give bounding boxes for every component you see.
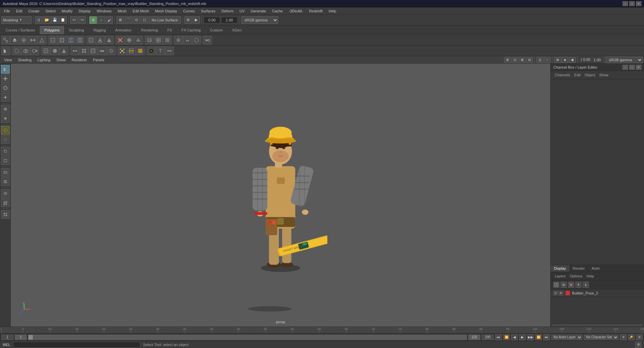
rp-close[interactable]: ✕ [636,65,641,70]
menu-mesh-display[interactable]: Mesh Display [152,8,180,14]
goto-start-button[interactable]: ⏮ [495,334,502,340]
bottom-settings-btn[interactable]: ⚙ [635,342,641,348]
menu-generate[interactable]: Generate [248,8,269,14]
mel-command-input[interactable] [13,342,140,348]
renderer-menu[interactable]: Renderer [69,57,90,63]
sym-icon[interactable] [156,47,165,55]
snap-value1[interactable] [204,17,220,23]
menu-cache[interactable]: Cache [269,8,286,14]
select-mode-button[interactable]: ⊕ [89,16,97,24]
insert-edge-loop-icon[interactable] [67,36,75,45]
snap-curve-button[interactable]: ⌒ [125,16,132,24]
layer-scrollbar[interactable] [551,324,644,327]
panels-menu[interactable]: Panels [90,57,107,63]
uv-icon2[interactable] [154,36,163,45]
range-max-input[interactable] [482,335,494,340]
layer-move-down-btn[interactable] [583,282,589,288]
open-file-button[interactable]: 📂 [43,16,51,24]
rp-minimize[interactable]: ─ [623,65,628,70]
menu-windows[interactable]: Windows [94,8,114,14]
bridge-icon[interactable] [28,36,37,45]
prev-key-button[interactable]: ◀ [511,334,518,340]
paint-button[interactable]: 🖌 [105,16,113,24]
render-button[interactable]: ▶ [192,16,200,24]
scale-tool-button[interactable] [1,93,10,102]
camera-icon[interactable] [21,47,30,55]
flat-shade-icon[interactable] [60,47,68,55]
anim-layer-select[interactable]: No Anim Layer [551,335,582,340]
redo-button[interactable]: ↪ [78,16,86,24]
rp-render-tab[interactable]: Render [569,265,588,272]
lighting-menu[interactable]: Lighting [35,57,53,63]
viewport-gamma[interactable]: sRGB gamma [606,57,643,63]
soft-select-button[interactable] [1,114,10,123]
move-tool-button[interactable] [1,74,10,83]
tab-rendering[interactable]: Rendering [137,26,162,34]
display2-icon[interactable] [80,47,88,55]
show-menu[interactable]: Show [54,57,69,63]
tab-fx-caching[interactable]: FX Caching [177,26,205,34]
face-mode-icon[interactable] [136,47,145,55]
module-selector[interactable]: Modeling [1,16,31,24]
vertex-mode-icon[interactable] [118,47,127,55]
keep-face-tgl-icon[interactable] [165,47,174,55]
select-component-icon[interactable] [1,47,10,55]
menu-create[interactable]: Create [26,8,42,14]
layer-p-btn[interactable]: P [559,291,563,295]
no-live-surface-button[interactable]: No Live Surface [149,16,181,24]
multi-cut-icon[interactable] [58,36,66,45]
goto-end-button[interactable]: ⏭ [543,334,550,340]
lt-misc1[interactable] [1,168,10,177]
timeline-ruler[interactable]: 1510152025303540455055606570758085909510… [0,327,644,333]
tab-sculpting[interactable]: Sculpting [65,26,88,34]
rp-tab-channels[interactable]: Channels [553,72,571,78]
view-cam-btn[interactable]: ◎ [537,57,543,63]
close-button[interactable]: ✕ [636,1,641,6]
minimize-button[interactable]: ─ [623,1,628,6]
save-file-button[interactable]: 💾 [51,16,59,24]
lt-misc2[interactable] [1,177,10,186]
snap-value2[interactable] [221,17,238,23]
split-poly-icon[interactable] [49,36,57,45]
display5-icon[interactable] [107,47,115,55]
uv-icon3[interactable] [163,36,172,45]
char-set-select[interactable]: No Character Set [584,335,619,340]
edge-mode-icon[interactable] [127,47,136,55]
play-forward-button[interactable]: ▶▶ [527,334,534,340]
wire-icon[interactable] [42,47,50,55]
rp-tab-object[interactable]: Object [583,72,596,78]
menu-mesh[interactable]: Mesh [115,8,129,14]
lt-rect-button[interactable] [1,156,10,165]
view-shade-btn2[interactable]: ◉ [569,57,576,63]
snap-point-button[interactable]: ⊙ [133,16,140,24]
menu-3dto[interactable]: -3DtoAll- [286,8,306,14]
shading-menu[interactable]: Shading [15,57,34,63]
lasso-select-button[interactable] [1,135,10,144]
rp-layers-subtab[interactable]: Layers [553,273,567,279]
extrude-icon[interactable] [10,36,19,45]
range-end-input[interactable] [468,335,480,340]
smooth-shade-icon[interactable] [51,47,59,55]
view-grid-btn[interactable]: ⊞ [554,57,561,63]
menu-deform[interactable]: Deform [219,8,236,14]
paint-select-icon[interactable] [174,36,183,45]
menu-edit[interactable]: Edit [13,8,25,14]
select-box-icon[interactable] [12,47,21,55]
layer-v-btn[interactable]: V [553,291,558,295]
lt-misc5[interactable] [1,210,10,219]
next-key-button[interactable]: ⏩ [535,334,542,340]
tab-custom[interactable]: Custom [206,26,227,34]
merge-icon[interactable] [37,36,46,45]
layer-del-btn[interactable] [568,282,574,288]
soft-select-icon[interactable] [147,47,156,55]
maximize-button[interactable]: □ [629,1,635,6]
menu-uv[interactable]: UV [237,8,247,14]
transfer-attr-icon[interactable] [203,36,212,45]
rp-options-subtab[interactable]: Options [568,273,584,279]
rotate-tool-button[interactable] [1,84,10,92]
show-manip-button[interactable] [1,126,10,135]
display4-icon[interactable] [98,47,106,55]
tab-animation[interactable]: Animation [111,26,136,34]
uv-icon1[interactable]: UV [145,36,154,45]
tab-rigging[interactable]: Rigging [89,26,110,34]
